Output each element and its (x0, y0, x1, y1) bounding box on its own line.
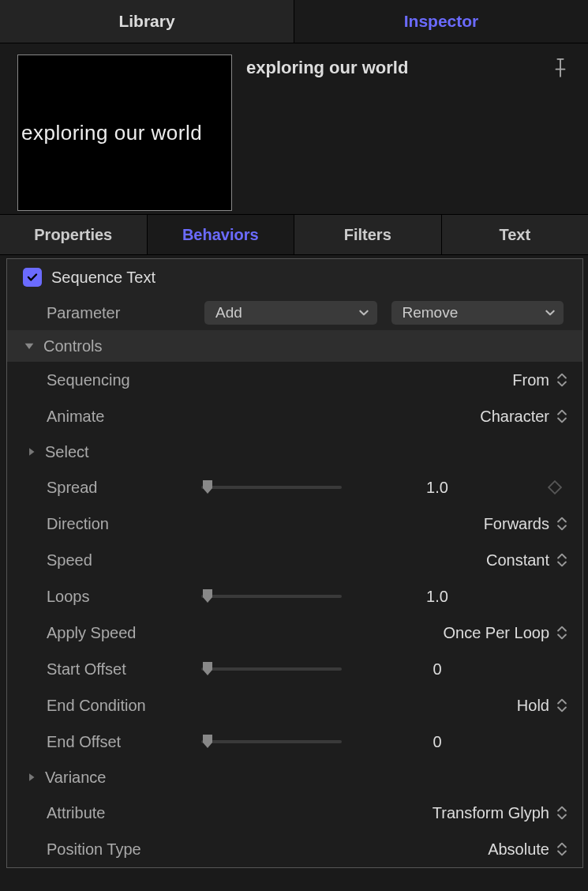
spread-row: Spread 1.0 (7, 469, 582, 506)
animate-label: Animate (47, 408, 201, 426)
spread-value[interactable]: 1.0 (414, 479, 460, 497)
popup-stepper-icon[interactable] (556, 697, 568, 714)
animate-value[interactable]: Character (480, 408, 549, 426)
sequencing-label: Sequencing (47, 371, 201, 389)
preview-thumbnail: exploring our world (17, 55, 232, 211)
popup-stepper-icon[interactable] (556, 840, 568, 858)
variance-disclosure[interactable]: Variance (7, 760, 582, 795)
speed-label: Speed (47, 551, 201, 570)
end-condition-value[interactable]: Hold (517, 697, 549, 715)
slider-thumb-icon[interactable] (201, 735, 214, 749)
disclosure-triangle-right-icon (26, 446, 37, 457)
chevron-down-icon (545, 307, 556, 318)
start-offset-row: Start Offset 0 (7, 651, 582, 687)
tab-properties-label: Properties (34, 226, 112, 244)
select-label: Select (45, 443, 89, 461)
popup-stepper-icon[interactable] (556, 371, 568, 389)
disclosure-triangle-down-icon (23, 340, 36, 352)
inspector-tab-bar: Properties Behaviors Filters Text (0, 214, 588, 255)
top-tab-bar: Library Inspector (0, 0, 588, 43)
slider-thumb-icon[interactable] (201, 589, 214, 603)
start-offset-slider[interactable] (201, 660, 342, 679)
slider-thumb-icon[interactable] (201, 480, 214, 494)
apply-speed-row: Apply Speed Once Per Loop (7, 615, 582, 651)
tab-behaviors[interactable]: Behaviors (148, 215, 295, 254)
parameter-row: Parameter Add Remove (7, 295, 582, 330)
end-condition-label: End Condition (47, 697, 201, 715)
end-offset-label: End Offset (47, 733, 201, 751)
inspector-header: exploring our world exploring our world (0, 43, 588, 214)
disclosure-triangle-right-icon (26, 772, 37, 783)
parameter-add-dropdown[interactable]: Add (204, 301, 377, 325)
popup-stepper-icon[interactable] (556, 804, 568, 821)
preview-thumbnail-text: exploring our world (21, 121, 202, 145)
loops-label: Loops (47, 588, 201, 606)
behavior-name: Sequence Text (51, 269, 155, 287)
end-condition-row: End Condition Hold (7, 687, 582, 724)
end-offset-row: End Offset 0 (7, 724, 582, 760)
start-offset-label: Start Offset (47, 660, 201, 679)
position-type-row: Position Type Absolute (7, 831, 582, 867)
start-offset-value[interactable]: 0 (414, 660, 460, 679)
loops-slider[interactable] (201, 587, 342, 606)
parameter-remove-label: Remove (403, 304, 459, 321)
tab-text-label: Text (499, 226, 530, 244)
popup-stepper-icon[interactable] (556, 624, 568, 641)
animate-row: Animate Character (7, 398, 582, 434)
item-title: exploring our world (246, 58, 408, 78)
end-offset-slider[interactable] (201, 732, 342, 751)
chevron-down-icon (358, 307, 369, 318)
behavior-enable-checkbox[interactable] (23, 268, 42, 287)
parameter-remove-dropdown[interactable]: Remove (391, 301, 564, 325)
spread-slider[interactable] (201, 478, 342, 497)
direction-value[interactable]: Forwards (484, 515, 549, 533)
loops-row: Loops 1.0 (7, 578, 582, 615)
apply-speed-value[interactable]: Once Per Loop (443, 624, 549, 642)
slider-thumb-icon[interactable] (201, 662, 214, 676)
attribute-row: Attribute Transform Glyph (7, 795, 582, 831)
sequencing-row: Sequencing From (7, 362, 582, 398)
tab-behaviors-label: Behaviors (182, 226, 259, 244)
tab-inspector-label: Inspector (404, 12, 479, 31)
end-offset-value[interactable]: 0 (414, 733, 460, 751)
apply-speed-label: Apply Speed (47, 624, 201, 642)
speed-row: Speed Constant (7, 542, 582, 578)
keyframe-diamond-icon[interactable] (548, 480, 562, 494)
tab-library[interactable]: Library (0, 0, 294, 43)
popup-stepper-icon[interactable] (556, 551, 568, 569)
loops-value[interactable]: 1.0 (414, 588, 460, 606)
pin-icon[interactable] (552, 58, 569, 80)
tab-properties[interactable]: Properties (0, 215, 148, 254)
spread-label: Spread (47, 479, 201, 497)
sequencing-value[interactable]: From (512, 371, 549, 389)
attribute-value[interactable]: Transform Glyph (433, 804, 549, 822)
tab-library-label: Library (118, 12, 174, 31)
tab-filters-label: Filters (344, 226, 391, 244)
select-disclosure[interactable]: Select (7, 434, 582, 469)
controls-disclosure[interactable]: Controls (7, 330, 582, 362)
parameter-add-label: Add (215, 304, 242, 321)
position-type-label: Position Type (47, 840, 201, 859)
popup-stepper-icon[interactable] (556, 408, 568, 425)
direction-label: Direction (47, 515, 201, 533)
tab-inspector[interactable]: Inspector (294, 0, 588, 43)
tab-text[interactable]: Text (442, 215, 589, 254)
behaviors-panel: Sequence Text Parameter Add Remove Contr… (6, 258, 583, 868)
popup-stepper-icon[interactable] (556, 515, 568, 532)
direction-row: Direction Forwards (7, 506, 582, 542)
parameter-label: Parameter (47, 304, 204, 322)
position-type-value[interactable]: Absolute (488, 840, 549, 859)
speed-value[interactable]: Constant (486, 551, 549, 570)
controls-label: Controls (43, 337, 102, 355)
behavior-header: Sequence Text (7, 259, 582, 295)
variance-label: Variance (45, 769, 106, 787)
tab-filters[interactable]: Filters (294, 215, 442, 254)
attribute-label: Attribute (47, 804, 201, 822)
